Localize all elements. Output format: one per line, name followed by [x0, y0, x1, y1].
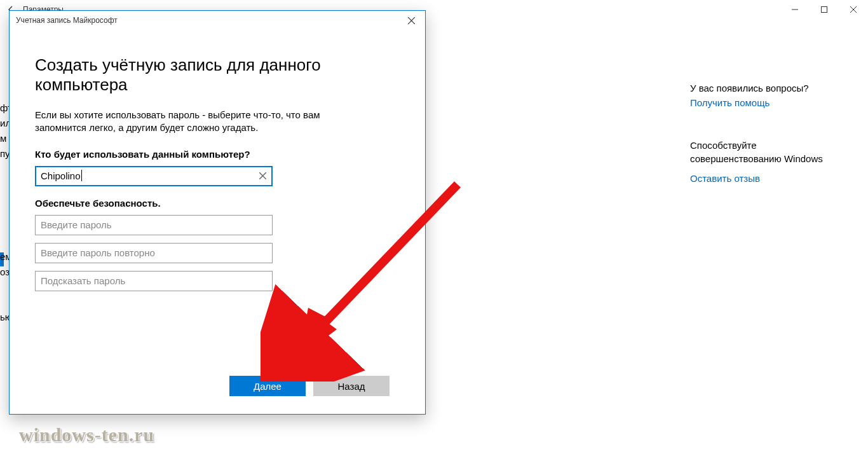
username-input-wrap: Chipolino — [35, 166, 273, 198]
dialog-close-button[interactable] — [397, 11, 425, 30]
dialog-description: Если вы хотите использовать пароль - выб… — [35, 109, 365, 135]
minimize-button[interactable] — [780, 0, 810, 19]
watermark: windows-ten.ru — [19, 424, 154, 446]
username-label: Кто будет использовать данный компьютер? — [35, 149, 400, 160]
username-input[interactable] — [35, 166, 273, 186]
clear-input-icon[interactable] — [252, 166, 273, 186]
leave-feedback-link[interactable]: Оставить отзыв — [690, 173, 760, 184]
window-controls — [780, 0, 868, 19]
dialog-actions: Далее Назад — [35, 376, 400, 399]
back-button[interactable]: Назад — [313, 376, 390, 396]
settings-sidebar-right: У вас появились вопросы? Получить помощь… — [677, 19, 868, 461]
password-input[interactable] — [35, 215, 273, 235]
password-hint-input[interactable] — [35, 271, 273, 291]
dialog-title: Учетная запись Майкрософт — [16, 16, 118, 25]
next-button[interactable]: Далее — [229, 376, 306, 396]
dialog-titlebar: Учетная запись Майкрософт — [10, 11, 425, 30]
dialog-heading: Создать учётную запись для данного компь… — [35, 55, 400, 95]
security-label: Обеспечьте безопасность. — [35, 198, 400, 209]
maximize-button[interactable] — [810, 0, 839, 19]
create-account-dialog: Учетная запись Майкрософт Создать учётну… — [9, 10, 426, 415]
close-window-button[interactable] — [839, 0, 868, 19]
feedback-question: Способствуйте совершенствованию Windows — [690, 139, 849, 165]
help-question: У вас появились вопросы? — [690, 83, 849, 93]
password-confirm-input[interactable] — [35, 243, 273, 263]
get-help-link[interactable]: Получить помощь — [690, 97, 770, 108]
svg-rect-0 — [822, 7, 827, 13]
